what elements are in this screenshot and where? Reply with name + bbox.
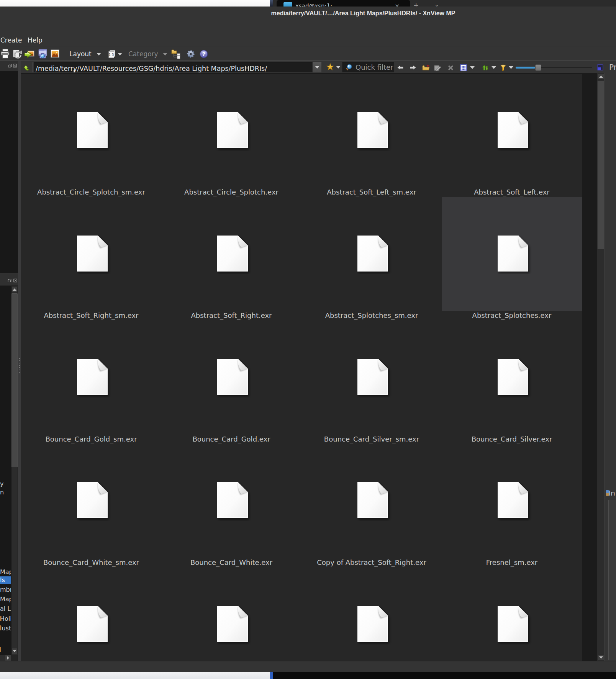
tree-hscrollbar[interactable]	[0, 655, 5, 661]
file-item[interactable]: Abstract_Soft_Right.exr	[161, 197, 301, 321]
file-thumbnail[interactable]	[161, 321, 301, 435]
help-icon[interactable]	[200, 50, 208, 58]
filter-funnel-icon[interactable]	[500, 64, 506, 71]
file-thumbnail[interactable]	[301, 568, 442, 661]
file-item[interactable]: Bounce_Card_Gold_sm.exr	[21, 321, 161, 444]
tree-item-fragment[interactable]: Map	[0, 568, 11, 576]
menu-item-help[interactable]: Help	[28, 35, 43, 45]
file-item[interactable]: Abstract_Soft_Left_sm.exr	[301, 74, 442, 197]
float-panel-icon[interactable]	[8, 64, 12, 68]
export-image-icon[interactable]	[24, 50, 34, 59]
close-panel-icon[interactable]	[13, 64, 17, 68]
file-thumbnail[interactable]	[301, 74, 442, 188]
file-thumbnail[interactable]	[442, 444, 582, 558]
sort-dropdown-icon[interactable]	[491, 66, 496, 69]
close-panel-icon[interactable]	[13, 278, 17, 283]
layout-button[interactable]: Layout	[69, 49, 92, 59]
slideshow-icon[interactable]	[108, 50, 116, 59]
scroll-up-button[interactable]	[598, 74, 604, 80]
file-item[interactable]	[161, 568, 301, 661]
favorites-star-icon[interactable]	[326, 63, 334, 70]
file-thumbnail[interactable]	[161, 74, 301, 188]
file-thumbnail[interactable]	[301, 197, 442, 311]
scroll-up-button[interactable]	[11, 286, 18, 293]
file-thumbnail[interactable]	[442, 321, 582, 435]
file-thumbnail[interactable]	[161, 197, 301, 311]
file-thumbnail[interactable]	[161, 568, 301, 661]
file-item[interactable]: Abstract_Circle_Splotch.exr	[161, 74, 301, 197]
new-folder-icon[interactable]	[422, 64, 430, 71]
view-mode-icon[interactable]	[460, 64, 467, 71]
file-item[interactable]: Bounce_Card_White.exr	[161, 444, 301, 568]
file-thumbnail[interactable]	[21, 321, 161, 435]
file-thumbnail[interactable]	[21, 444, 161, 558]
delete-icon[interactable]	[447, 65, 454, 71]
menu-item-create[interactable]: Create	[0, 35, 22, 45]
address-dropdown-button[interactable]	[313, 62, 321, 72]
sort-icon[interactable]	[482, 64, 489, 71]
category-button[interactable]: Category	[128, 49, 158, 59]
wallpaper-icon[interactable]	[51, 49, 59, 59]
parent-folder-icon[interactable]	[23, 65, 29, 71]
forward-arrow-icon[interactable]	[410, 65, 416, 70]
float-panel-icon[interactable]	[8, 278, 11, 283]
file-item[interactable]: Bounce_Card_White_sm.exr	[21, 444, 161, 568]
tree-item-fragment[interactable]: y	[0, 480, 11, 488]
file-thumbnail[interactable]	[301, 444, 442, 558]
scroll-down-button[interactable]	[598, 654, 604, 661]
file-item[interactable]	[21, 568, 161, 661]
scroll-down-button[interactable]	[11, 648, 18, 654]
tree-item-fragment[interactable]: Holi	[0, 615, 11, 623]
tabs-list-icon[interactable]: ⌄	[434, 1, 439, 7]
file-thumbnail[interactable]	[442, 197, 582, 311]
file-item[interactable]: Abstract_Soft_Right_sm.exr	[21, 197, 161, 321]
file-thumbnail[interactable]	[301, 321, 442, 435]
print-icon[interactable]	[1, 49, 10, 59]
file-item[interactable]	[442, 568, 582, 661]
tree-item-fragment[interactable]: ls	[0, 576, 11, 584]
tree-item-fragment[interactable]: mbr	[0, 586, 11, 594]
back-arrow-icon[interactable]	[397, 65, 404, 70]
rename-icon[interactable]	[434, 65, 441, 71]
file-item[interactable]: Fresnel_sm.exr	[442, 444, 582, 568]
file-thumbnail[interactable]	[21, 568, 161, 661]
panel-splitter[interactable]	[18, 61, 21, 661]
file-thumbnail[interactable]	[21, 197, 161, 311]
slideshow-dropdown-icon[interactable]	[118, 53, 122, 56]
file-item[interactable]	[301, 568, 442, 661]
file-item[interactable]: Abstract_Splotches_sm.exr	[301, 197, 442, 321]
tree-item-fragment[interactable]: al Lo	[0, 605, 11, 613]
layout-dropdown-icon[interactable]	[97, 53, 101, 56]
settings-gear-icon[interactable]	[187, 50, 195, 58]
file-thumbnail[interactable]	[161, 444, 301, 558]
new-tab-icon[interactable]: +	[413, 2, 419, 7]
file-item[interactable]: Abstract_Circle_Splotch_sm.exr	[21, 74, 161, 197]
file-item[interactable]: Abstract_Soft_Left.exr	[442, 74, 582, 197]
file-thumbnail[interactable]	[442, 74, 582, 188]
file-item[interactable]: Bounce_Card_Gold.exr	[161, 321, 301, 444]
view-mode-dropdown-icon[interactable]	[470, 66, 475, 69]
favorites-dropdown-icon[interactable]	[336, 66, 341, 69]
scroll-right-button[interactable]	[5, 655, 11, 661]
browser-scrollbar[interactable]	[597, 73, 605, 661]
tab-close-icon[interactable]: ×	[395, 2, 400, 7]
address-bar[interactable]: /media/terry/VAULT/Resources/GSG/hdris/A…	[34, 62, 313, 72]
file-item[interactable]: Copy of Abstract_Soft_Right.exr	[301, 444, 442, 568]
tree-scrollbar-thumb[interactable]	[11, 293, 18, 467]
zoom-slider[interactable]	[516, 64, 592, 71]
filter-dropdown-icon[interactable]	[509, 66, 513, 69]
zoom-slider-handle[interactable]	[535, 64, 541, 71]
file-item[interactable]: Bounce_Card_Silver.exr	[442, 321, 582, 444]
file-item[interactable]: Bounce_Card_Silver_sm.exr	[301, 321, 442, 444]
file-thumbnail[interactable]	[442, 568, 582, 661]
browser-scrollbar-thumb[interactable]	[598, 81, 604, 249]
batch-convert-icon[interactable]	[12, 49, 22, 59]
file-thumbnail[interactable]	[21, 74, 161, 188]
tree-item-fragment[interactable]: n	[0, 489, 11, 496]
tree-item-fragment[interactable]: Map	[0, 596, 11, 603]
tree-item-fragment[interactable]: lust	[0, 625, 11, 632]
preview-panel-toggle-icon[interactable]	[597, 64, 603, 70]
screen-capture-icon[interactable]	[38, 49, 47, 59]
file-item[interactable]: Abstract_Splotches.exr	[442, 197, 582, 321]
category-dropdown-icon[interactable]	[163, 53, 167, 56]
